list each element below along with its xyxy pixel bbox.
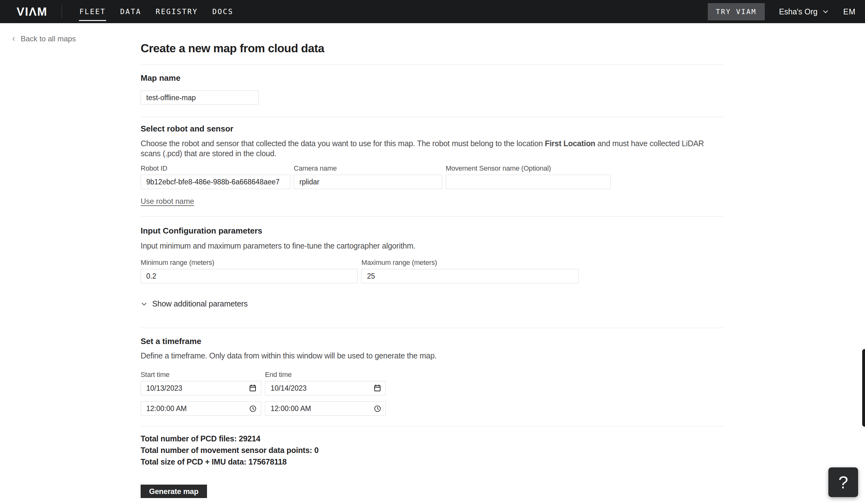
min-range-field-group: Minimum range (meters) bbox=[141, 259, 358, 283]
timeframe-description: Define a timeframe. Only data from withi… bbox=[141, 351, 724, 361]
clock-icon[interactable] bbox=[249, 405, 257, 413]
back-to-maps-link[interactable]: Back to all maps bbox=[11, 34, 76, 43]
movement-points-total: Total number of movement sensor data poi… bbox=[141, 446, 724, 454]
chevron-down-icon bbox=[141, 301, 148, 307]
start-date-value: 10/13/2023 bbox=[146, 384, 182, 392]
chevron-left-icon bbox=[11, 35, 16, 42]
start-time-label: Start time bbox=[141, 371, 261, 378]
max-range-field-group: Maximum range (meters) bbox=[361, 259, 578, 283]
scrollbar-thumb[interactable] bbox=[862, 349, 865, 427]
nav-item-fleet[interactable]: FLEET bbox=[79, 6, 106, 17]
end-date-value: 10/14/2023 bbox=[270, 384, 307, 392]
chevron-down-icon bbox=[822, 8, 829, 15]
robot-id-label: Robot ID bbox=[141, 165, 290, 172]
robot-id-field-group: Robot ID bbox=[141, 165, 290, 189]
main-nav: FLEET DATA REGISTRY DOCS bbox=[79, 0, 234, 23]
section-divider bbox=[141, 65, 724, 65]
robot-sensor-description: Choose the robot and sensor that collect… bbox=[141, 138, 724, 159]
calendar-icon[interactable] bbox=[249, 384, 257, 392]
max-range-input[interactable] bbox=[361, 269, 578, 283]
try-viam-button[interactable]: TRY VIAM bbox=[708, 3, 765, 20]
config-params-description: Input minimum and maximum parameters to … bbox=[141, 241, 724, 251]
robot-id-input[interactable] bbox=[141, 175, 290, 189]
pcd-files-total-label: Total number of PCD files: bbox=[141, 434, 237, 443]
nav-item-data[interactable]: DATA bbox=[120, 6, 141, 17]
avatar[interactable]: EM bbox=[843, 7, 856, 16]
navbar-divider bbox=[62, 5, 62, 18]
nav-item-data-label: DATA bbox=[120, 8, 141, 16]
movement-points-total-value: 0 bbox=[314, 446, 319, 455]
org-switcher[interactable]: Esha's Org bbox=[779, 7, 829, 16]
location-name: First Location bbox=[545, 139, 595, 148]
calendar-icon[interactable] bbox=[373, 384, 381, 392]
end-time-label: End time bbox=[265, 371, 386, 378]
active-tab-underline bbox=[79, 20, 106, 21]
timeframe-fields-row: Start time 10/13/2023 12:00:00 AM End ti… bbox=[141, 371, 724, 416]
section-divider bbox=[141, 117, 724, 117]
use-robot-name-link[interactable]: Use robot name bbox=[141, 197, 194, 206]
data-size-total-value: 175678118 bbox=[249, 457, 287, 466]
pcd-files-total: Total number of PCD files: 29214 bbox=[141, 435, 724, 443]
pcd-files-total-value: 29214 bbox=[239, 434, 261, 443]
generate-map-button[interactable]: Generate map bbox=[141, 484, 207, 498]
end-time-input[interactable]: 12:00:00 AM bbox=[265, 401, 386, 416]
show-additional-parameters-label: Show additional parameters bbox=[152, 299, 248, 308]
org-name: Esha's Org bbox=[779, 7, 818, 16]
nav-item-docs-label: DOCS bbox=[212, 8, 233, 16]
end-time-field-group: End time 10/14/2023 12:00:00 AM bbox=[265, 371, 386, 416]
movement-sensor-label: Movement Sensor name (Optional) bbox=[446, 165, 611, 172]
end-date-input[interactable]: 10/14/2023 bbox=[265, 381, 386, 395]
nav-item-fleet-label: FLEET bbox=[79, 8, 105, 16]
viam-logo[interactable]: VIΛM bbox=[16, 6, 47, 17]
section-divider bbox=[141, 216, 724, 216]
camera-name-input[interactable] bbox=[294, 175, 442, 189]
robot-sensor-description-text: Choose the robot and sensor that collect… bbox=[141, 139, 545, 148]
movement-sensor-input[interactable] bbox=[446, 175, 611, 189]
camera-name-field-group: Camera name bbox=[294, 165, 442, 189]
end-time-value: 12:00:00 AM bbox=[270, 405, 311, 413]
movement-sensor-field-group: Movement Sensor name (Optional) bbox=[446, 165, 611, 189]
nav-item-registry[interactable]: REGISTRY bbox=[155, 6, 198, 17]
config-params-heading: Input Configuration parameters bbox=[141, 227, 724, 235]
min-range-label: Minimum range (meters) bbox=[141, 259, 358, 266]
back-link-label: Back to all maps bbox=[21, 34, 76, 43]
start-date-input[interactable]: 10/13/2023 bbox=[141, 381, 261, 395]
data-size-total-label: Total size of PCD + IMU data: bbox=[141, 457, 246, 466]
robot-fields-row: Robot ID Camera name Movement Sensor nam… bbox=[141, 165, 724, 189]
help-button[interactable]: ? bbox=[828, 467, 858, 497]
show-additional-parameters-toggle[interactable]: Show additional parameters bbox=[141, 299, 724, 308]
clock-icon[interactable] bbox=[373, 405, 381, 413]
timeframe-heading: Set a timeframe bbox=[141, 337, 724, 345]
start-time-field-group: Start time 10/13/2023 12:00:00 AM bbox=[141, 371, 261, 416]
map-name-heading: Map name bbox=[141, 74, 724, 82]
page-title: Create a new map from cloud data bbox=[141, 42, 724, 55]
nav-item-registry-label: REGISTRY bbox=[155, 8, 198, 16]
navbar-right-group: TRY VIAM Esha's Org EM bbox=[708, 3, 856, 20]
data-size-total: Total size of PCD + IMU data: 175678118 bbox=[141, 458, 724, 466]
start-time-input[interactable]: 12:00:00 AM bbox=[141, 401, 261, 416]
max-range-label: Maximum range (meters) bbox=[361, 259, 578, 266]
range-fields-row: Minimum range (meters) Maximum range (me… bbox=[141, 259, 724, 283]
min-range-input[interactable] bbox=[141, 269, 358, 283]
top-navbar: VIΛM FLEET DATA REGISTRY DOCS TRY VIAM E… bbox=[0, 0, 865, 23]
data-summary: Total number of PCD files: 29214 Total n… bbox=[141, 435, 724, 466]
section-divider bbox=[141, 328, 724, 328]
create-map-form: Create a new map from cloud data Map nam… bbox=[141, 23, 724, 498]
robot-sensor-heading: Select robot and sensor bbox=[141, 125, 724, 133]
camera-name-label: Camera name bbox=[294, 165, 442, 172]
movement-points-total-label: Total number of movement sensor data poi… bbox=[141, 446, 312, 455]
map-name-input[interactable] bbox=[141, 91, 259, 105]
nav-item-docs[interactable]: DOCS bbox=[212, 6, 234, 17]
start-time-value: 12:00:00 AM bbox=[146, 405, 187, 413]
section-divider bbox=[141, 426, 724, 426]
